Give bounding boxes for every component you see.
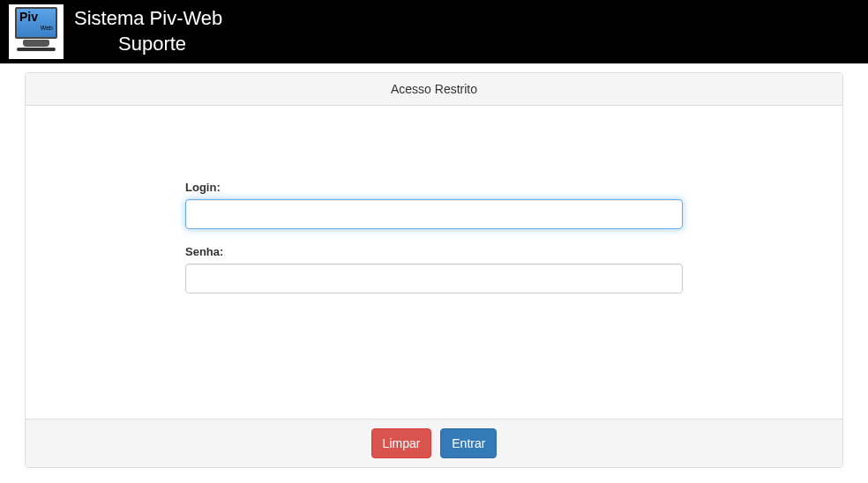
- app-logo-icon: Piv Web: [9, 4, 64, 59]
- logo-text-small: Web: [41, 25, 53, 31]
- panel-heading: Acesso Restrito: [26, 73, 842, 106]
- login-form: Login: Senha:: [185, 181, 683, 309]
- main-content: Acesso Restrito Login: Senha: Limpar Ent…: [0, 63, 868, 477]
- header-title-line1: Sistema Piv-Web: [74, 6, 222, 32]
- clear-button[interactable]: Limpar: [371, 428, 432, 458]
- header-titles: Sistema Piv-Web Suporte: [74, 6, 222, 56]
- senha-group: Senha:: [185, 245, 683, 294]
- app-header: Piv Web Sistema Piv-Web Suporte: [0, 0, 868, 63]
- senha-input[interactable]: [185, 264, 683, 294]
- panel-footer: Limpar Entrar: [26, 419, 842, 467]
- login-panel: Acesso Restrito Login: Senha: Limpar Ent…: [25, 72, 843, 468]
- login-input[interactable]: [185, 199, 683, 229]
- logo-text-big: Piv: [19, 11, 38, 23]
- login-label: Login:: [185, 181, 683, 194]
- header-title-line2: Suporte: [74, 32, 222, 57]
- submit-button[interactable]: Entrar: [440, 428, 497, 458]
- panel-body: Login: Senha:: [26, 106, 842, 419]
- senha-label: Senha:: [185, 245, 683, 258]
- login-group: Login:: [185, 181, 683, 229]
